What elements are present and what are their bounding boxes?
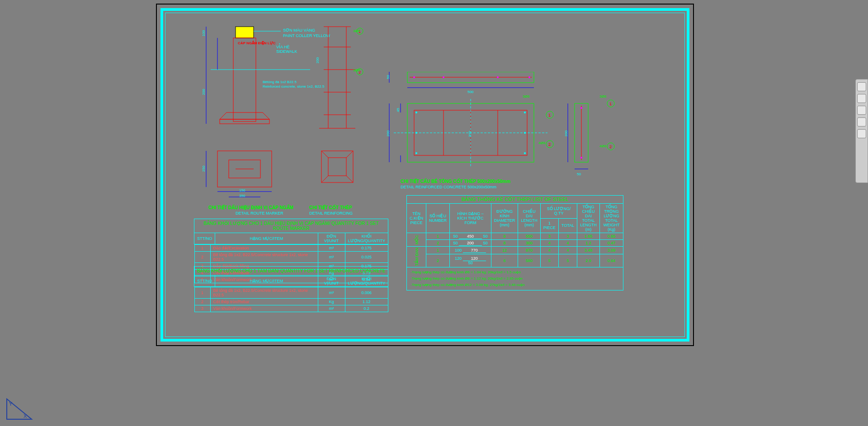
elevation-drawing bbox=[193, 24, 328, 205]
dim-200: 200 bbox=[202, 89, 206, 95]
qty-table-2: BẢNG KHỐI LƯỢNG CHO 1 TẤM ĐAN/ QUANTITY … bbox=[194, 266, 388, 312]
svg-rect-2 bbox=[233, 38, 256, 122]
svg-rect-31 bbox=[328, 158, 346, 176]
svg-point-35 bbox=[528, 76, 530, 78]
title3-vn: CHI TIẾT CẤU BÊ TÔNG CỐT THÉP 500x200x50… bbox=[401, 179, 510, 184]
steel-table: BẢNG THỐNG KÊ CỐT THÉP/ LIST OF STEEL TÊ… bbox=[406, 195, 623, 290]
tool-button-1[interactable] bbox=[857, 82, 866, 91]
svg-line-27 bbox=[321, 151, 328, 158]
svg-point-48 bbox=[524, 152, 526, 154]
svg-line-28 bbox=[346, 151, 353, 158]
dim-350: 350 bbox=[239, 194, 245, 198]
sidewalk-en: SIDEWALK bbox=[276, 49, 297, 54]
dim-3f8-1: 3Ø8 bbox=[353, 29, 360, 33]
tool-button-4[interactable] bbox=[857, 117, 866, 126]
qty1-title: BẢNG KHỐI LƯỢNG CHO 1 DẤU HIỆU ĐỊNH VỊ C… bbox=[194, 219, 388, 233]
dim-50b: 50 bbox=[577, 172, 581, 176]
svg-text:2: 2 bbox=[548, 142, 551, 147]
svg-rect-0 bbox=[236, 27, 254, 38]
drawing-sheet: SƠN MÀU VÀNG PAINT COLLER YELLOW CÁP NGẦ… bbox=[156, 4, 694, 346]
dim-250: 250 bbox=[202, 166, 206, 172]
svg-point-47 bbox=[415, 152, 417, 154]
svg-text:X: X bbox=[24, 413, 27, 419]
svg-line-30 bbox=[346, 176, 353, 183]
title1-vn: CHI TIẾT DẤU HIỆU ĐỊNH VỊ CÁP NGẦM bbox=[208, 205, 293, 210]
svg-line-29 bbox=[321, 176, 328, 183]
svg-text:Y: Y bbox=[9, 401, 13, 407]
qty2-title: BẢNG KHỐI LƯỢNG CHO 1 TẤM ĐAN/ QUANTITY … bbox=[194, 267, 388, 276]
svg-marker-4 bbox=[220, 112, 269, 119]
dim-45: 45 bbox=[396, 108, 400, 112]
title2-en: DETAIL REINFORCING bbox=[309, 211, 353, 215]
concrete-vn: Bêtông đá 1x2 B22.5 bbox=[263, 80, 297, 84]
dim-500: 500 bbox=[467, 90, 473, 94]
svg-point-63 bbox=[580, 157, 582, 159]
tool-button-3[interactable] bbox=[857, 106, 866, 115]
dim-4f8a: 4Ø8 bbox=[538, 141, 545, 145]
dim-150: 150 bbox=[239, 188, 245, 192]
title2-vn: CHI TIẾT CỐT THÉP bbox=[309, 205, 352, 210]
svg-point-37 bbox=[497, 76, 499, 78]
title1-en: DETAIL ROUTE MARKER bbox=[236, 211, 283, 215]
dim-3f8d: 3Ø8 bbox=[599, 94, 606, 98]
svg-text:1: 1 bbox=[548, 113, 551, 117]
svg-text:1: 1 bbox=[609, 102, 612, 106]
right-toolbar[interactable] bbox=[855, 79, 868, 183]
svg-point-62 bbox=[580, 107, 582, 109]
svg-point-34 bbox=[413, 76, 415, 78]
svg-point-36 bbox=[443, 76, 444, 78]
ucs-icon: Y X bbox=[5, 394, 36, 421]
dim-200d: 200 bbox=[564, 131, 568, 136]
dim-200c: 200 bbox=[386, 131, 390, 136]
rebar-elevation: 1 2 bbox=[310, 24, 369, 205]
cable-label: CÁP NGẦM ĐIỆN LỰC bbox=[238, 41, 276, 46]
dim-50a: 50 bbox=[386, 75, 390, 79]
tool-button-2[interactable] bbox=[857, 94, 866, 103]
svg-point-46 bbox=[524, 112, 526, 113]
sheet-border-inner: SƠN MÀU VÀNG PAINT COLLER YELLOW CÁP NGẦ… bbox=[165, 13, 685, 337]
svg-point-45 bbox=[415, 112, 417, 113]
sheet-border-outer: SƠN MÀU VÀNG PAINT COLLER YELLOW CÁP NGẦ… bbox=[160, 8, 689, 342]
dim-4f8b: 4Ø8 bbox=[599, 144, 606, 148]
dim-3f8-2: 3Ø8 bbox=[353, 68, 360, 72]
sidewalk-vn: VỈA HÈ bbox=[276, 45, 290, 49]
tool-button-5[interactable] bbox=[857, 129, 866, 138]
dim-100: 100 bbox=[202, 30, 206, 36]
dim-200b: 200 bbox=[316, 57, 320, 63]
svg-text:2: 2 bbox=[609, 145, 612, 149]
title3-en: DETAIL REINFORCED CONCRETE 500x200x50mm bbox=[401, 185, 496, 189]
dim-300: 300 bbox=[468, 131, 472, 137]
dim-3f8c: 3Ø8 bbox=[523, 94, 529, 98]
